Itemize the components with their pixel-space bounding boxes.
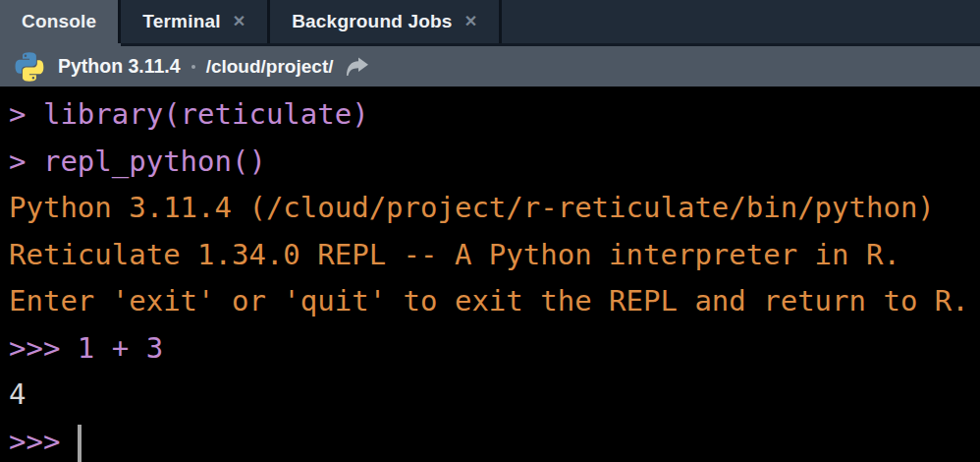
console-line-python-input: >>> 1 + 3 xyxy=(9,325,980,373)
console-line-r-input: > library(reticulate) xyxy=(9,91,980,139)
tab-background-jobs-label: Background Jobs xyxy=(292,11,452,32)
python-prompt: >>> xyxy=(9,425,78,458)
tab-terminal-label: Terminal xyxy=(142,11,220,32)
interpreter-header: Python 3.11.4 /cloud/project/ xyxy=(0,46,980,87)
console-line-python-banner: Reticulate 1.34.0 REPL -- A Python inter… xyxy=(9,232,980,279)
dot-separator-icon xyxy=(191,65,195,69)
working-directory: /cloud/project/ xyxy=(206,56,334,78)
tab-bar-filler xyxy=(502,0,980,43)
tab-terminal[interactable]: Terminal ✕ xyxy=(121,0,270,43)
console-line-python-banner: Python 3.11.4 (/cloud/project/r-reticula… xyxy=(9,185,980,232)
console-line-python-output: 4 xyxy=(9,372,980,419)
interpreter-version: Python 3.11.4 xyxy=(58,55,181,78)
text-cursor xyxy=(78,425,82,462)
console-output-area[interactable]: > library(reticulate) > repl_python() Py… xyxy=(0,87,980,462)
tab-console-label: Console xyxy=(22,11,96,32)
tab-console[interactable]: Console xyxy=(0,0,121,43)
close-icon[interactable]: ✕ xyxy=(464,14,477,29)
console-line-python-banner: Enter 'exit' or 'quit' to exit the REPL … xyxy=(9,278,980,325)
goto-directory-arrow-icon[interactable] xyxy=(344,57,369,77)
console-prompt-line: >>> xyxy=(9,419,980,462)
python-logo-icon xyxy=(15,52,44,82)
close-icon[interactable]: ✕ xyxy=(233,14,245,29)
console-pane: Console Terminal ✕ Background Jobs ✕ Pyt… xyxy=(0,0,980,462)
tab-background-jobs[interactable]: Background Jobs ✕ xyxy=(270,0,502,43)
tab-bar: Console Terminal ✕ Background Jobs ✕ xyxy=(0,0,980,46)
console-line-r-input: > repl_python() xyxy=(9,139,980,186)
